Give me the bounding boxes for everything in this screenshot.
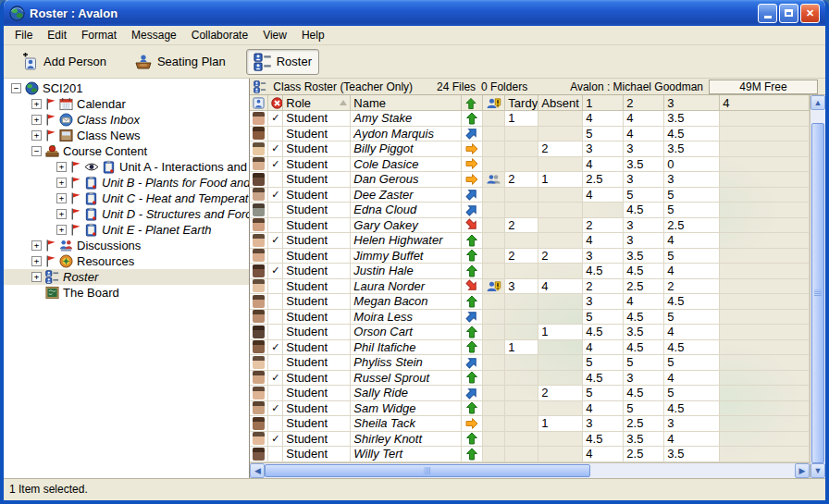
column-avatar[interactable] [250,95,268,110]
tree-item-sci201[interactable]: −SCI201 [4,80,249,96]
eye-icon [84,160,99,174]
column-grade-1[interactable]: 1 [583,95,624,110]
minimize-button[interactable] [758,4,777,23]
tree-item-resources[interactable]: +Resources [4,253,249,269]
cell-tardy [505,157,538,173]
column-name[interactable]: Name [351,95,462,110]
column-absent[interactable]: Absent [538,95,583,110]
tree-item-the-board[interactable]: The Board [4,285,249,301]
column-grade-4[interactable]: 4 [720,95,810,110]
menu-edit[interactable]: Edit [40,27,74,43]
column-role[interactable]: Role [283,95,351,110]
menu-help[interactable]: Help [294,27,332,43]
column-excluded[interactable] [268,95,283,110]
cell-tardy [505,264,538,279]
table-row[interactable]: StudentMoira Less54.55 [250,310,810,326]
vertical-scrollbar[interactable]: ▲ ▼ [810,95,825,478]
cell-name: Russel Sprout [351,371,462,387]
tree-item-roster[interactable]: +Roster [4,269,249,285]
menu-message[interactable]: Message [124,27,184,43]
table-row[interactable]: StudentOrson Cart14.53.54 [250,325,810,340]
tree-item-course-content[interactable]: −Course Content [4,143,249,159]
tree-item-unit-e-planet-earth[interactable]: +Unit E - Planet Earth [4,222,249,238]
table-row[interactable]: ✓StudentHelen Highwater434 [250,233,810,249]
expand-icon[interactable]: + [31,256,42,266]
table-row[interactable]: StudentAydon Marquis544.5 [250,127,810,142]
cell-grade-3: 4 [664,264,720,279]
tree-item-calendar[interactable]: +Calendar [4,96,249,112]
table-row[interactable]: StudentSally Ride254.55 [250,386,810,401]
collapse-icon[interactable]: − [11,83,21,93]
scroll-down-arrow-icon[interactable]: ▼ [810,463,825,478]
table-row[interactable]: ✓StudentAmy Stake1443.5 [250,111,810,127]
horizontal-scrollbar[interactable]: ◀ ▶ [250,462,810,478]
column-tardy[interactable]: Tardy [505,95,538,110]
expand-icon[interactable]: + [56,209,67,219]
table-row[interactable]: ✓StudentRussel Sprout4.534 [250,371,810,387]
menu-format[interactable]: Format [74,27,124,43]
main-content: −SCI201+Calendar+Class Inbox+Class News−… [4,79,825,478]
tree-item-unit-a-interactions-and-ecosystems[interactable]: +Unit A - Interactions and Ecosystems [4,159,249,175]
table-row[interactable]: StudentEdna Cloud4.55 [250,203,810,218]
table-row[interactable]: ✓StudentSam Widge454.5 [250,401,810,417]
vertical-scroll-thumb[interactable] [811,123,824,463]
roster-button[interactable]: Roster [246,49,319,75]
expand-icon[interactable]: + [31,272,42,282]
table-row[interactable]: StudentWilly Tert42.53.5 [250,447,810,462]
cell-grade-3: 4.5 [664,294,720,310]
table-row[interactable]: ✓StudentCole Dasice43.50 [250,157,810,173]
column-flag[interactable] [483,95,505,110]
expand-icon[interactable]: + [56,193,67,203]
expand-icon[interactable]: + [31,115,42,125]
table-row[interactable]: StudentPhyliss Stein555 [250,355,810,371]
menu-collaborate[interactable]: Collaborate [184,27,255,43]
tree-item-unit-c-heat-and-temperature[interactable]: +Unit C - Heat and Temperature [4,191,249,206]
table-row[interactable]: ✓StudentJustin Hale4.54.54 [250,264,810,279]
table-row[interactable]: StudentGary Oakey2232.5 [250,218,810,234]
column-grade-3[interactable]: 3 [664,95,720,110]
cell-name: Shirley Knott [351,432,462,448]
close-button[interactable]: ✕ [800,4,820,23]
tree-item-discussions[interactable]: +Discussions [4,238,249,253]
table-row[interactable]: ✓StudentDee Zaster455 [250,188,810,203]
collapse-icon[interactable]: − [31,146,42,156]
maximize-button[interactable] [779,4,798,23]
table-row[interactable]: ✓StudentBilly Piggot2333.5 [250,141,810,157]
table-row[interactable]: ✓StudentPhil Itafiche144.54.5 [250,340,810,356]
table-row[interactable]: StudentJimmy Buffet2233.55 [250,249,810,264]
cell-grade-1: 5 [583,127,624,142]
horizontal-scroll-thumb[interactable] [265,464,590,477]
expand-icon[interactable]: + [31,130,42,141]
cell-role: Student [283,141,351,157]
files-count: 24 Files [437,80,476,93]
menu-view[interactable]: View [255,27,294,43]
cell-grade-4 [720,233,810,249]
scroll-up-arrow-icon[interactable]: ▲ [810,95,825,110]
table-row[interactable]: StudentMegan Bacon344.5 [250,294,810,310]
column-trend[interactable] [462,95,483,110]
column-grade-2[interactable]: 2 [624,95,664,110]
tree-item-class-news[interactable]: +Class News [4,128,249,143]
tree-item-unit-b-plants-for-food-and-fibre[interactable]: +Unit B - Plants for Food and Fibre [4,175,249,191]
cell-check: ✓ [268,340,283,356]
cell-grade-1: 3 [583,294,624,310]
expand-icon[interactable]: + [31,240,42,251]
tree-item-class-inbox[interactable]: +Class Inbox [4,112,249,128]
menu-file[interactable]: File [7,27,40,43]
expand-icon[interactable]: + [31,99,42,109]
expand-icon[interactable]: + [56,162,67,172]
tree-item-unit-d-structures-and-forces[interactable]: +Unit D - Structures and Forces [4,206,249,222]
cell-grade-3: 3.5 [664,111,720,127]
scroll-left-arrow-icon[interactable]: ◀ [250,463,265,478]
cell-grade-3: 4.5 [664,340,720,356]
table-row[interactable]: ✓StudentShirley Knott4.53.54 [250,432,810,448]
expand-icon[interactable]: + [56,225,67,235]
cell-role: Student [283,340,351,356]
add-person-button[interactable]: Add Person [13,49,114,75]
table-row[interactable]: StudentSheila Tack132.53 [250,416,810,432]
table-row[interactable]: StudentDan Gerous212.533 [250,172,810,188]
expand-icon[interactable]: + [56,178,67,188]
table-row[interactable]: StudentLaura Norder3422.52 [250,279,810,295]
seating-plan-button[interactable]: Seating Plan [127,49,233,75]
scroll-right-arrow-icon[interactable]: ▶ [795,463,810,478]
